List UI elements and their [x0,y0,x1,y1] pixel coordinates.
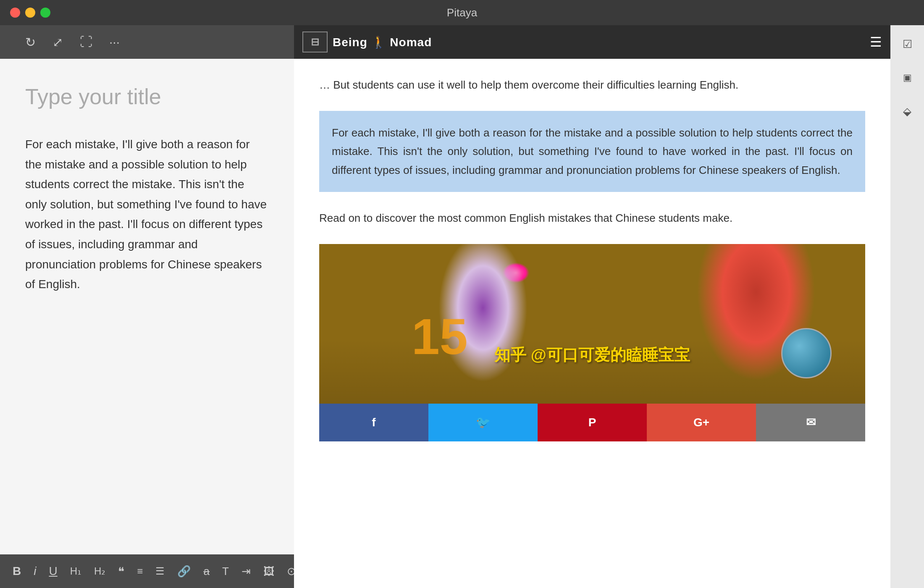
more-icon[interactable]: ··· [109,35,120,49]
googleplus-icon: G+ [693,416,709,429]
share-icon[interactable]: ⤢ [52,35,63,50]
quote-icon[interactable]: ❝ [118,564,124,578]
link-icon[interactable]: 🔗 [177,565,191,578]
strikethrough-icon[interactable]: a [203,565,209,578]
social-share-bar: f 🐦 P G+ ✉ [319,404,865,441]
formula-icon[interactable]: ▣ [897,67,918,88]
traffic-lights [10,8,50,18]
googleplus-share-button[interactable]: G+ [647,404,756,441]
fullscreen-icon[interactable]: ⛶ [80,35,92,49]
editor-body[interactable]: For each mistake, I'll give both a reaso… [25,134,269,294]
list-unordered-icon[interactable]: ≡ [137,565,143,577]
read-on-text: Read on to discover the most common Engl… [319,209,865,227]
bottom-toolbar: B i U H₁ H₂ ❝ ≡ ☰ 🔗 a T ⇥ 🖼 ⊙ 57 单词 ▾ [0,554,294,588]
maximize-button[interactable] [40,8,50,18]
editor-panel: ↻ ⤢ ⛶ ··· Type your title For each mista… [0,25,294,588]
underline-icon[interactable]: U [49,564,57,578]
font-icon[interactable]: T [222,565,229,578]
email-share-button[interactable]: ✉ [756,404,865,441]
text-direction-icon[interactable]: ⇥ [242,565,251,578]
refresh-icon[interactable]: ↻ [25,35,36,50]
close-button[interactable] [10,8,20,18]
bold-icon[interactable]: B [13,564,21,578]
web-logo: ⊟ Being 🚶 Nomad [302,32,432,52]
editor-title-placeholder[interactable]: Type your title [25,84,269,109]
web-header: ⊟ Being 🚶 Nomad ☰ [294,25,890,59]
english-word: English [700,79,735,91]
web-panel: ⊟ Being 🚶 Nomad ☰ … But students can use… [294,25,890,588]
minimize-button[interactable] [25,8,35,18]
facebook-icon: f [372,416,375,429]
h2-icon[interactable]: H₂ [94,565,105,577]
app-title: Pitaya [447,6,477,19]
twitter-share-button[interactable]: 🐦 [428,404,538,441]
hamburger-icon[interactable]: ☰ [870,34,882,50]
checkbox-icon[interactable]: ☑ [897,34,918,55]
email-icon: ✉ [806,415,816,429]
logo-icon: ⊟ [302,32,328,52]
classroom-photo [319,244,865,404]
image-icon[interactable]: 🖼 [263,565,274,578]
right-sidebar: ☑ ▣ ⬙ [890,25,924,588]
title-bar: Pitaya [0,0,924,25]
editor-toolbar: ↻ ⤢ ⛶ ··· [0,25,294,59]
facebook-share-button[interactable]: f [319,404,428,441]
pinterest-icon: P [588,416,596,429]
globe-decoration [781,328,832,378]
twitter-icon: 🐦 [476,415,491,429]
logo-text: Being 🚶 Nomad [333,35,432,49]
web-content: … But students can use it well to help t… [294,59,890,588]
pinterest-share-button[interactable]: P [538,404,647,441]
article-image: 15 知乎 @可口可爱的瞌睡宝宝 [319,244,865,404]
highlighted-paragraph: For each mistake, I'll give both a reaso… [319,111,865,192]
list-ordered-icon[interactable]: ☰ [155,565,165,577]
italic-icon[interactable]: i [34,564,36,578]
widget-icon[interactable]: ⬙ [897,101,918,122]
web-intro-text: … But students can use it well to help t… [319,76,865,94]
main-area: ↻ ⤢ ⛶ ··· Type your title For each mista… [0,25,924,588]
h1-icon[interactable]: H₁ [70,565,81,577]
